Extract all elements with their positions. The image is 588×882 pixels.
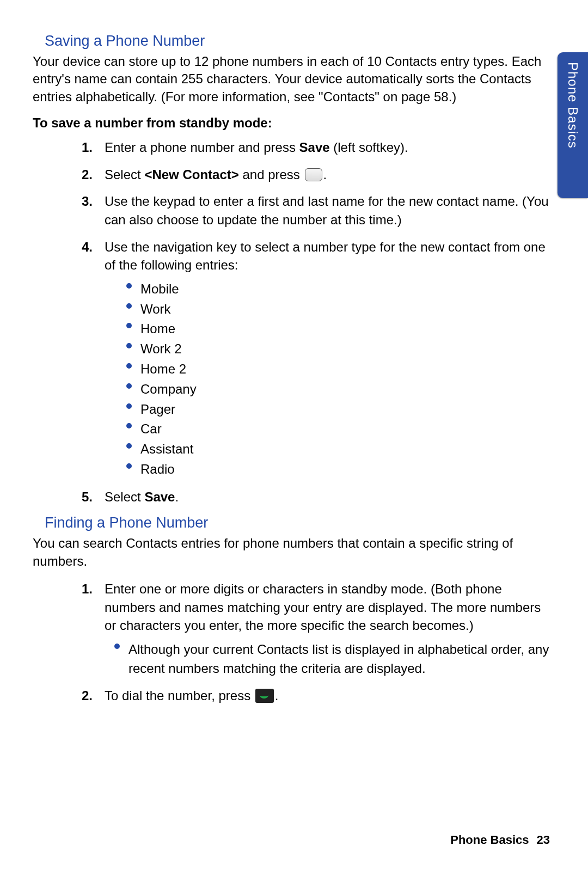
intro-saving: Your device can store up to 12 phone num… xyxy=(33,53,555,106)
step-5-save: Save xyxy=(144,489,175,504)
number-type-list: Mobile Work Home Work 2 Home 2 Company P… xyxy=(126,280,555,479)
footer-page-number: 23 xyxy=(537,833,550,847)
bullet-mobile: Mobile xyxy=(126,280,555,299)
bullet-work2: Work 2 xyxy=(126,340,555,359)
bullet-home2: Home 2 xyxy=(126,360,555,379)
call-key-icon xyxy=(255,689,274,703)
ok-key-icon xyxy=(305,168,322,181)
page-footer: Phone Basics23 xyxy=(450,833,550,847)
bullet-home: Home xyxy=(126,320,555,339)
subheading-standby: To save a number from standby mode: xyxy=(33,115,555,131)
find-step-2-text-b: . xyxy=(275,688,279,703)
bullet-pager: Pager xyxy=(126,400,555,419)
find-step-1: Enter one or more digits or characters i… xyxy=(82,580,555,678)
find-step-1-sublist: Although your current Contacts list is d… xyxy=(114,640,555,678)
heading-finding: Finding a Phone Number xyxy=(45,514,555,531)
find-step-1-sub: Although your current Contacts list is d… xyxy=(114,640,555,678)
heading-saving: Saving a Phone Number xyxy=(45,33,555,50)
bullet-company: Company xyxy=(126,380,555,399)
step-1-text-c: (left softkey). xyxy=(330,140,408,155)
step-3: Use the keypad to enter a first and last… xyxy=(82,192,555,229)
step-4-text: Use the navigation key to select a numbe… xyxy=(105,240,546,273)
footer-label: Phone Basics xyxy=(450,833,529,847)
step-1-text-a: Enter a phone number and press xyxy=(105,140,299,155)
step-2-newcontact: <New Contact> xyxy=(144,167,238,182)
step-5-text-a: Select xyxy=(105,489,144,504)
step-1-save: Save xyxy=(299,140,330,155)
step-2-text-c: and press xyxy=(239,167,304,182)
bullet-car: Car xyxy=(126,420,555,439)
step-2: Select <New Contact> and press . xyxy=(82,166,555,184)
section-tab: Phone Basics xyxy=(558,52,588,198)
step-2-text-a: Select xyxy=(105,167,144,182)
find-step-2-text-a: To dial the number, press xyxy=(105,688,254,703)
bullet-assistant: Assistant xyxy=(126,440,555,459)
find-step-2: To dial the number, press . xyxy=(82,687,555,705)
step-5: Select Save. xyxy=(82,488,555,506)
steps-finding: Enter one or more digits or characters i… xyxy=(82,580,555,705)
intro-finding: You can search Contacts entries for phon… xyxy=(33,535,555,570)
bullet-work: Work xyxy=(126,300,555,319)
manual-page: Phone Basics Saving a Phone Number Your … xyxy=(0,0,588,882)
step-1: Enter a phone number and press Save (lef… xyxy=(82,138,555,157)
step-2-text-d: . xyxy=(323,167,327,182)
find-step-1-text: Enter one or more digits or characters i… xyxy=(105,581,541,633)
step-4: Use the navigation key to select a numbe… xyxy=(82,238,555,479)
steps-saving: Enter a phone number and press Save (lef… xyxy=(82,138,555,506)
bullet-radio: Radio xyxy=(126,460,555,479)
step-5-text-c: . xyxy=(175,489,179,504)
